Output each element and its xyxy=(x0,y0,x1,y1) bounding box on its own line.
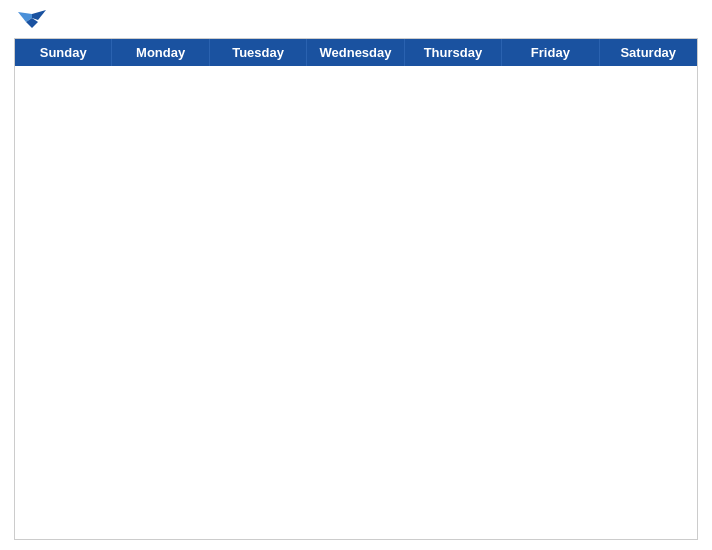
day-header-monday: Monday xyxy=(112,39,209,66)
bird-icon xyxy=(18,10,46,32)
svg-marker-0 xyxy=(32,10,46,20)
weeks-container xyxy=(15,66,697,539)
calendar-page: SundayMondayTuesdayWednesdayThursdayFrid… xyxy=(0,0,712,550)
day-header-thursday: Thursday xyxy=(405,39,502,66)
calendar-grid: SundayMondayTuesdayWednesdayThursdayFrid… xyxy=(14,38,698,540)
day-header-wednesday: Wednesday xyxy=(307,39,404,66)
day-header-sunday: Sunday xyxy=(15,39,112,66)
header xyxy=(14,10,698,32)
logo xyxy=(18,10,50,32)
day-header-friday: Friday xyxy=(502,39,599,66)
day-header-saturday: Saturday xyxy=(600,39,697,66)
day-header-tuesday: Tuesday xyxy=(210,39,307,66)
days-header: SundayMondayTuesdayWednesdayThursdayFrid… xyxy=(15,39,697,66)
